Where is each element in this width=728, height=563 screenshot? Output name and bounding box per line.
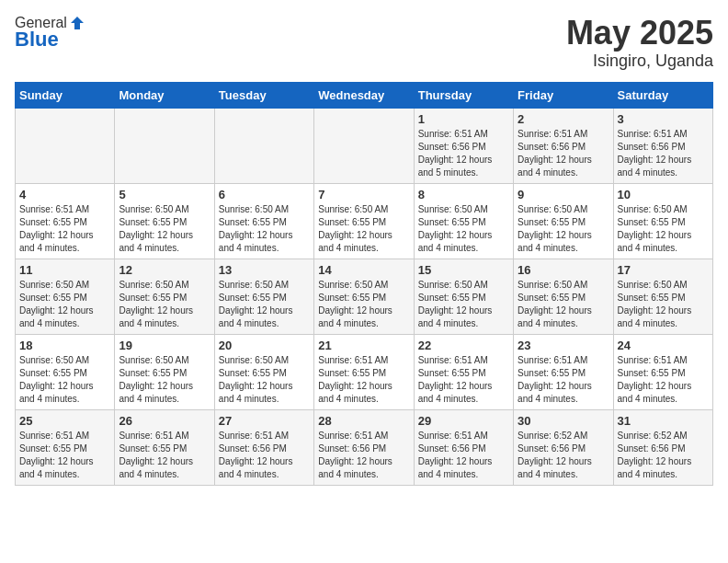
day-info: Sunrise: 6:50 AM Sunset: 6:55 PM Dayligh… [19, 279, 110, 330]
day-number: 9 [518, 188, 609, 201]
day-info: Sunrise: 6:51 AM Sunset: 6:55 PM Dayligh… [618, 354, 709, 406]
day-info: Sunrise: 6:50 AM Sunset: 6:55 PM Dayligh… [119, 203, 210, 255]
day-info: Sunrise: 6:52 AM Sunset: 6:56 PM Dayligh… [518, 430, 609, 481]
day-info: Sunrise: 6:51 AM Sunset: 6:56 PM Dayligh… [418, 128, 509, 179]
day-info: Sunrise: 6:50 AM Sunset: 6:55 PM Dayligh… [418, 203, 509, 255]
calendar-cell: 17Sunrise: 6:50 AM Sunset: 6:55 PM Dayli… [613, 259, 712, 334]
day-info: Sunrise: 6:51 AM Sunset: 6:55 PM Dayligh… [19, 430, 110, 481]
calendar-cell: 8Sunrise: 6:50 AM Sunset: 6:55 PM Daylig… [414, 183, 513, 259]
weekday-header-thursday: Thursday [414, 82, 513, 108]
calendar-cell: 5Sunrise: 6:50 AM Sunset: 6:55 PM Daylig… [115, 183, 214, 259]
calendar-cell: 1Sunrise: 6:51 AM Sunset: 6:56 PM Daylig… [414, 108, 513, 183]
day-number: 1 [418, 112, 509, 126]
day-info: Sunrise: 6:50 AM Sunset: 6:55 PM Dayligh… [618, 279, 709, 330]
day-number: 7 [318, 188, 409, 201]
calendar-cell [16, 108, 115, 183]
day-info: Sunrise: 6:51 AM Sunset: 6:55 PM Dayligh… [418, 354, 509, 406]
weekday-header-friday: Friday [514, 82, 613, 108]
calendar-cell: 12Sunrise: 6:50 AM Sunset: 6:55 PM Dayli… [115, 259, 214, 334]
day-number: 26 [119, 414, 210, 428]
day-number: 13 [219, 263, 310, 277]
day-info: Sunrise: 6:50 AM Sunset: 6:55 PM Dayligh… [119, 279, 210, 330]
day-number: 12 [119, 263, 210, 277]
calendar-week-5: 25Sunrise: 6:51 AM Sunset: 6:55 PM Dayli… [16, 409, 713, 485]
calendar-cell: 7Sunrise: 6:50 AM Sunset: 6:55 PM Daylig… [314, 183, 414, 259]
calendar-cell: 6Sunrise: 6:50 AM Sunset: 6:55 PM Daylig… [214, 183, 313, 259]
day-number: 30 [518, 414, 609, 428]
day-number: 19 [119, 339, 210, 352]
calendar-week-4: 18Sunrise: 6:50 AM Sunset: 6:55 PM Dayli… [16, 334, 713, 409]
day-number: 6 [219, 188, 310, 201]
calendar-cell: 25Sunrise: 6:51 AM Sunset: 6:55 PM Dayli… [16, 409, 115, 485]
calendar-cell: 4Sunrise: 6:51 AM Sunset: 6:55 PM Daylig… [16, 183, 115, 259]
logo-icon [69, 15, 85, 31]
day-number: 24 [618, 339, 709, 352]
calendar-cell: 20Sunrise: 6:50 AM Sunset: 6:55 PM Dayli… [214, 334, 313, 409]
day-info: Sunrise: 6:51 AM Sunset: 6:56 PM Dayligh… [418, 430, 509, 481]
calendar-cell: 14Sunrise: 6:50 AM Sunset: 6:55 PM Dayli… [314, 259, 414, 334]
svg-marker-0 [71, 17, 84, 29]
calendar-cell: 15Sunrise: 6:50 AM Sunset: 6:55 PM Dayli… [414, 259, 513, 334]
calendar-cell: 30Sunrise: 6:52 AM Sunset: 6:56 PM Dayli… [514, 409, 613, 485]
day-number: 31 [618, 414, 709, 428]
day-info: Sunrise: 6:51 AM Sunset: 6:55 PM Dayligh… [318, 354, 409, 406]
calendar-cell: 3Sunrise: 6:51 AM Sunset: 6:56 PM Daylig… [613, 108, 712, 183]
day-number: 2 [518, 112, 609, 126]
day-info: Sunrise: 6:50 AM Sunset: 6:55 PM Dayligh… [219, 354, 310, 406]
day-number: 11 [19, 263, 110, 277]
day-info: Sunrise: 6:51 AM Sunset: 6:56 PM Dayligh… [219, 430, 310, 481]
calendar-cell: 29Sunrise: 6:51 AM Sunset: 6:56 PM Dayli… [414, 409, 513, 485]
calendar-cell: 22Sunrise: 6:51 AM Sunset: 6:55 PM Dayli… [414, 334, 513, 409]
calendar-table: SundayMondayTuesdayWednesdayThursdayFrid… [15, 82, 713, 486]
day-info: Sunrise: 6:50 AM Sunset: 6:55 PM Dayligh… [19, 354, 110, 406]
calendar-cell: 13Sunrise: 6:50 AM Sunset: 6:55 PM Dayli… [214, 259, 313, 334]
calendar-cell: 16Sunrise: 6:50 AM Sunset: 6:55 PM Dayli… [514, 259, 613, 334]
month-title: May 2025 [566, 15, 713, 52]
day-number: 14 [318, 263, 409, 277]
day-number: 16 [518, 263, 609, 277]
day-info: Sunrise: 6:51 AM Sunset: 6:55 PM Dayligh… [119, 430, 210, 481]
calendar-cell: 23Sunrise: 6:51 AM Sunset: 6:55 PM Dayli… [514, 334, 613, 409]
day-info: Sunrise: 6:50 AM Sunset: 6:55 PM Dayligh… [618, 203, 709, 255]
weekday-header-saturday: Saturday [613, 82, 712, 108]
day-number: 28 [318, 414, 409, 428]
calendar-cell [214, 108, 313, 183]
day-info: Sunrise: 6:50 AM Sunset: 6:55 PM Dayligh… [318, 203, 409, 255]
title-block: May 2025 Isingiro, Uganda [566, 15, 713, 71]
day-number: 20 [219, 339, 310, 352]
day-number: 17 [618, 263, 709, 277]
day-info: Sunrise: 6:51 AM Sunset: 6:55 PM Dayligh… [518, 354, 609, 406]
calendar-cell: 21Sunrise: 6:51 AM Sunset: 6:55 PM Dayli… [314, 334, 414, 409]
day-info: Sunrise: 6:51 AM Sunset: 6:56 PM Dayligh… [518, 128, 609, 179]
day-info: Sunrise: 6:50 AM Sunset: 6:55 PM Dayligh… [518, 279, 609, 330]
day-number: 22 [418, 339, 509, 352]
page-header: General Blue May 2025 Isingiro, Uganda [15, 15, 713, 71]
calendar-cell [314, 108, 414, 183]
calendar-cell: 31Sunrise: 6:52 AM Sunset: 6:56 PM Dayli… [613, 409, 712, 485]
day-info: Sunrise: 6:50 AM Sunset: 6:55 PM Dayligh… [119, 354, 210, 406]
day-info: Sunrise: 6:50 AM Sunset: 6:55 PM Dayligh… [318, 279, 409, 330]
day-number: 21 [318, 339, 409, 352]
day-info: Sunrise: 6:52 AM Sunset: 6:56 PM Dayligh… [618, 430, 709, 481]
calendar-week-1: 1Sunrise: 6:51 AM Sunset: 6:56 PM Daylig… [16, 108, 713, 183]
day-number: 29 [418, 414, 509, 428]
day-info: Sunrise: 6:51 AM Sunset: 6:55 PM Dayligh… [19, 203, 110, 255]
day-number: 23 [518, 339, 609, 352]
weekday-header-monday: Monday [115, 82, 214, 108]
day-number: 25 [19, 414, 110, 428]
weekday-header-row: SundayMondayTuesdayWednesdayThursdayFrid… [16, 82, 713, 108]
day-info: Sunrise: 6:50 AM Sunset: 6:55 PM Dayligh… [219, 203, 310, 255]
day-number: 4 [19, 188, 110, 201]
calendar-cell: 9Sunrise: 6:50 AM Sunset: 6:55 PM Daylig… [514, 183, 613, 259]
day-number: 5 [119, 188, 210, 201]
calendar-cell: 27Sunrise: 6:51 AM Sunset: 6:56 PM Dayli… [214, 409, 313, 485]
day-number: 10 [618, 188, 709, 201]
calendar-cell: 19Sunrise: 6:50 AM Sunset: 6:55 PM Dayli… [115, 334, 214, 409]
day-number: 18 [19, 339, 110, 352]
day-number: 15 [418, 263, 509, 277]
calendar-cell: 24Sunrise: 6:51 AM Sunset: 6:55 PM Dayli… [613, 334, 712, 409]
calendar-cell: 28Sunrise: 6:51 AM Sunset: 6:56 PM Dayli… [314, 409, 414, 485]
day-number: 8 [418, 188, 509, 201]
calendar-cell: 2Sunrise: 6:51 AM Sunset: 6:56 PM Daylig… [514, 108, 613, 183]
calendar-cell: 10Sunrise: 6:50 AM Sunset: 6:55 PM Dayli… [613, 183, 712, 259]
